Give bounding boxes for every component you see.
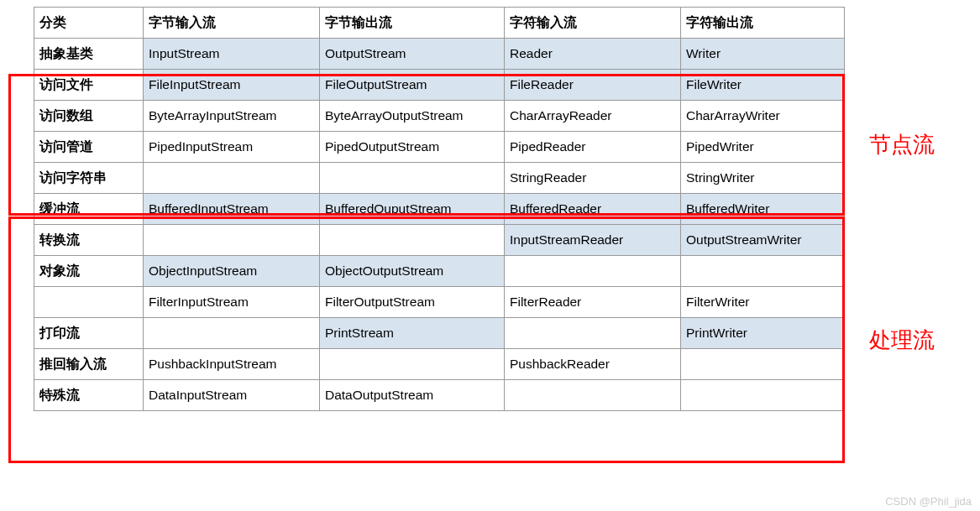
cell: FilterReader (505, 287, 681, 318)
cell (681, 380, 845, 411)
cell (505, 318, 681, 349)
cell: InputStreamReader (505, 225, 681, 256)
io-streams-table: 分类 字节输入流 字节输出流 字符输入流 字符输出流 抽象基类InputStre… (34, 7, 845, 411)
table-row: 访问字符串StringReaderStringWriter (34, 163, 845, 194)
table-row: FilterInputStreamFilterOutputStreamFilte… (34, 287, 845, 318)
row-category: 转换流 (34, 225, 144, 256)
cell: CharArrayReader (505, 101, 681, 132)
cell (320, 225, 505, 256)
cell: BufferedReader (505, 194, 681, 225)
header-byte-out: 字节输出流 (320, 8, 505, 39)
cell: BufferedOuputStream (320, 194, 505, 225)
table-row: 特殊流DataInputStreamDataOutputStream (34, 380, 845, 411)
cell: CharArrayWriter (681, 101, 845, 132)
cell: PipedInputStream (144, 132, 320, 163)
cell: PipedOutputStream (320, 132, 505, 163)
row-category: 抽象基类 (34, 39, 144, 70)
cell: FilterOutputStream (320, 287, 505, 318)
row-category: 访问字符串 (34, 163, 144, 194)
cell: BufferedWriter (681, 194, 845, 225)
cell (505, 380, 681, 411)
cell: ByteArrayInputStream (144, 101, 320, 132)
table-header-row: 分类 字节输入流 字节输出流 字符输入流 字符输出流 (34, 8, 845, 39)
table-row: 对象流ObjectInputStreamObjectOutputStream (34, 256, 845, 287)
cell: FileOutputStream (320, 70, 505, 101)
table-row: 抽象基类InputStreamOutputStreamReaderWriter (34, 39, 845, 70)
cell: StringWriter (681, 163, 845, 194)
table-row: 访问数组ByteArrayInputStreamByteArrayOutputS… (34, 101, 845, 132)
cell (505, 256, 681, 287)
cell (681, 256, 845, 287)
cell: BufferedInputStream (144, 194, 320, 225)
row-category: 对象流 (34, 256, 144, 287)
row-category: 推回输入流 (34, 349, 144, 380)
cell: DataOutputStream (320, 380, 505, 411)
cell: DataInputStream (144, 380, 320, 411)
row-category: 打印流 (34, 318, 144, 349)
cell: Reader (505, 39, 681, 70)
cell: InputStream (144, 39, 320, 70)
row-category: 特殊流 (34, 380, 144, 411)
cell: PrintWriter (681, 318, 845, 349)
cell (320, 163, 505, 194)
cell: FileWriter (681, 70, 845, 101)
cell: Writer (681, 39, 845, 70)
table-row: 转换流InputStreamReaderOutputStreamWriter (34, 225, 845, 256)
node-stream-caption: 节点流 (869, 130, 935, 159)
table-row: 打印流PrintStreamPrintWriter (34, 318, 845, 349)
watermark-text: CSDN @Phil_jida (885, 495, 972, 508)
cell: OutputStreamWriter (681, 225, 845, 256)
table-row: 推回输入流PushbackInputStreamPushbackReader (34, 349, 845, 380)
header-byte-in: 字节输入流 (144, 8, 320, 39)
cell: ByteArrayOutputStream (320, 101, 505, 132)
cell (144, 163, 320, 194)
header-char-in: 字符输入流 (505, 8, 681, 39)
cell: PipedReader (505, 132, 681, 163)
cell (320, 349, 505, 380)
cell (681, 349, 845, 380)
table-row: 访问文件FileInputStreamFileOutputStreamFileR… (34, 70, 845, 101)
cell: PushbackReader (505, 349, 681, 380)
row-category: 访问管道 (34, 132, 144, 163)
cell: FileReader (505, 70, 681, 101)
cell: FilterWriter (681, 287, 845, 318)
cell: OutputStream (320, 39, 505, 70)
cell: PrintStream (320, 318, 505, 349)
cell: StringReader (505, 163, 681, 194)
header-char-out: 字符输出流 (681, 8, 845, 39)
table-row: 访问管道PipedInputStreamPipedOutputStreamPip… (34, 132, 845, 163)
cell (144, 318, 320, 349)
row-category: 访问文件 (34, 70, 144, 101)
table-row: 缓冲流BufferedInputStreamBufferedOuputStrea… (34, 194, 845, 225)
cell: ObjectOutputStream (320, 256, 505, 287)
cell: ObjectInputStream (144, 256, 320, 287)
row-category (34, 287, 144, 318)
cell: FileInputStream (144, 70, 320, 101)
cell: PushbackInputStream (144, 349, 320, 380)
cell: PipedWriter (681, 132, 845, 163)
cell: FilterInputStream (144, 287, 320, 318)
row-category: 访问数组 (34, 101, 144, 132)
process-stream-caption: 处理流 (869, 326, 935, 355)
row-category: 缓冲流 (34, 194, 144, 225)
header-category: 分类 (34, 8, 144, 39)
cell (144, 225, 320, 256)
